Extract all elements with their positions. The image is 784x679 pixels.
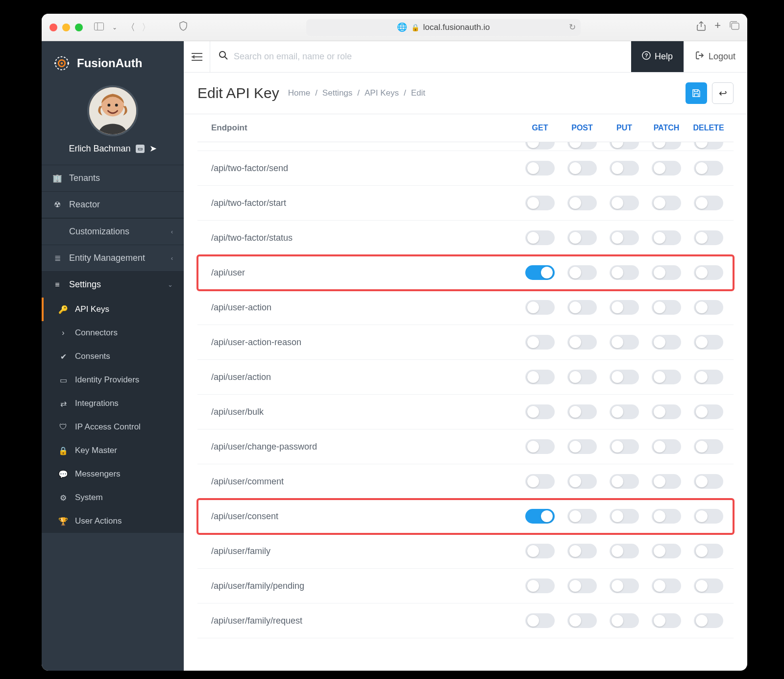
permission-toggle[interactable] xyxy=(694,196,723,210)
share-icon[interactable] xyxy=(697,21,706,33)
permission-toggle[interactable] xyxy=(694,370,723,384)
sidebar-subitem[interactable]: ✔Consents xyxy=(42,345,184,368)
permission-toggle[interactable] xyxy=(525,370,555,384)
forward-icon[interactable]: 〉 xyxy=(140,21,152,34)
permission-toggle[interactable] xyxy=(610,265,639,280)
permission-toggle[interactable] xyxy=(652,142,681,150)
sidebar-subitem[interactable]: ›Connectors xyxy=(42,321,184,345)
permission-toggle[interactable] xyxy=(694,509,723,524)
permission-toggle[interactable] xyxy=(652,404,681,419)
permission-toggle[interactable] xyxy=(652,474,681,489)
permission-toggle[interactable] xyxy=(567,265,597,280)
permission-toggle[interactable] xyxy=(610,578,639,593)
send-icon[interactable]: ➤ xyxy=(149,143,157,154)
permission-toggle[interactable] xyxy=(525,509,555,524)
sidebar-subitem[interactable]: 🔑API Keys xyxy=(42,298,184,321)
permission-toggle[interactable] xyxy=(610,335,639,350)
permission-toggle[interactable] xyxy=(525,474,555,489)
permission-toggle[interactable] xyxy=(694,474,723,489)
permission-toggle[interactable] xyxy=(694,439,723,454)
permission-toggle[interactable] xyxy=(567,370,597,384)
sidebar-group[interactable]: ≡Settings⌄ xyxy=(42,271,184,298)
crumb[interactable]: Home xyxy=(288,88,310,98)
permission-toggle[interactable] xyxy=(610,161,639,176)
permission-toggle[interactable] xyxy=(567,161,597,176)
permission-toggle[interactable] xyxy=(525,230,555,245)
permission-toggle[interactable] xyxy=(694,265,723,280)
back-icon[interactable]: 〈 xyxy=(124,21,137,34)
new-tab-icon[interactable]: + xyxy=(714,21,721,33)
collapse-sidebar-button[interactable] xyxy=(184,41,210,72)
logout-button[interactable]: Logout xyxy=(684,41,747,72)
vcard-icon[interactable]: ▭ xyxy=(136,145,145,153)
permission-toggle[interactable] xyxy=(610,196,639,210)
sidebar-item[interactable]: 🏢Tenants xyxy=(42,165,184,192)
permission-toggle[interactable] xyxy=(694,161,723,176)
content-scroll[interactable]: Endpoint GETPOSTPUTPATCHDELETE /api/two-… xyxy=(184,114,747,671)
permission-toggle[interactable] xyxy=(610,509,639,524)
search-input[interactable] xyxy=(234,51,622,62)
permission-toggle[interactable] xyxy=(525,335,555,350)
permission-toggle[interactable] xyxy=(525,265,555,280)
sidebar-subitem[interactable]: 💬Messengers xyxy=(42,462,184,486)
permission-toggle[interactable] xyxy=(610,613,639,628)
permission-toggle[interactable] xyxy=(610,544,639,558)
permission-toggle[interactable] xyxy=(567,613,597,628)
permission-toggle[interactable] xyxy=(525,544,555,558)
permission-toggle[interactable] xyxy=(652,230,681,245)
permission-toggle[interactable] xyxy=(694,544,723,558)
site-settings-icon[interactable]: 🌐 xyxy=(397,22,407,32)
permission-toggle[interactable] xyxy=(694,578,723,593)
permission-toggle[interactable] xyxy=(652,544,681,558)
sidebar-subitem[interactable]: 🛡IP Access Control xyxy=(42,415,184,439)
permission-toggle[interactable] xyxy=(652,265,681,280)
permission-toggle[interactable] xyxy=(567,544,597,558)
minimize-window-icon[interactable] xyxy=(62,24,70,31)
permission-toggle[interactable] xyxy=(567,439,597,454)
permission-toggle[interactable] xyxy=(610,439,639,454)
refresh-icon[interactable]: ↻ xyxy=(569,22,576,32)
permission-toggle[interactable] xyxy=(652,578,681,593)
permission-toggle[interactable] xyxy=(694,613,723,628)
permission-toggle[interactable] xyxy=(652,300,681,315)
permission-toggle[interactable] xyxy=(610,142,639,150)
permission-toggle[interactable] xyxy=(567,142,597,150)
permission-toggle[interactable] xyxy=(652,509,681,524)
permission-toggle[interactable] xyxy=(610,370,639,384)
privacy-shield-icon[interactable] xyxy=(177,21,190,33)
sidebar-group[interactable]: Customizations‹ xyxy=(42,218,184,245)
sidebar-subitem[interactable]: 🔒Key Master xyxy=(42,439,184,462)
permission-toggle[interactable] xyxy=(567,404,597,419)
sidebar-subitem[interactable]: ⚙System xyxy=(42,486,184,509)
sidebar-item[interactable]: ☢Reactor xyxy=(42,192,184,218)
permission-toggle[interactable] xyxy=(694,300,723,315)
sidebar-group[interactable]: ≣Entity Management‹ xyxy=(42,245,184,271)
close-window-icon[interactable] xyxy=(49,24,57,31)
maximize-window-icon[interactable] xyxy=(75,24,83,31)
permission-toggle[interactable] xyxy=(652,196,681,210)
permission-toggle[interactable] xyxy=(694,142,723,150)
permission-toggle[interactable] xyxy=(652,439,681,454)
tab-overview-icon[interactable] xyxy=(730,21,739,33)
permission-toggle[interactable] xyxy=(567,578,597,593)
permission-toggle[interactable] xyxy=(567,474,597,489)
permission-toggle[interactable] xyxy=(525,161,555,176)
permission-toggle[interactable] xyxy=(652,161,681,176)
crumb[interactable]: Settings xyxy=(322,88,352,98)
permission-toggle[interactable] xyxy=(652,370,681,384)
permission-toggle[interactable] xyxy=(525,142,555,150)
permission-toggle[interactable] xyxy=(610,474,639,489)
permission-toggle[interactable] xyxy=(610,230,639,245)
permission-toggle[interactable] xyxy=(567,509,597,524)
permission-toggle[interactable] xyxy=(610,404,639,419)
permission-toggle[interactable] xyxy=(525,196,555,210)
permission-toggle[interactable] xyxy=(610,300,639,315)
help-button[interactable]: ? Help xyxy=(631,41,684,72)
permission-toggle[interactable] xyxy=(525,613,555,628)
save-button[interactable] xyxy=(686,82,707,104)
chevron-down-icon[interactable]: ⌄ xyxy=(108,24,121,31)
permission-toggle[interactable] xyxy=(567,230,597,245)
sidebar-toggle-icon[interactable] xyxy=(93,22,105,33)
permission-toggle[interactable] xyxy=(694,335,723,350)
permission-toggle[interactable] xyxy=(567,300,597,315)
